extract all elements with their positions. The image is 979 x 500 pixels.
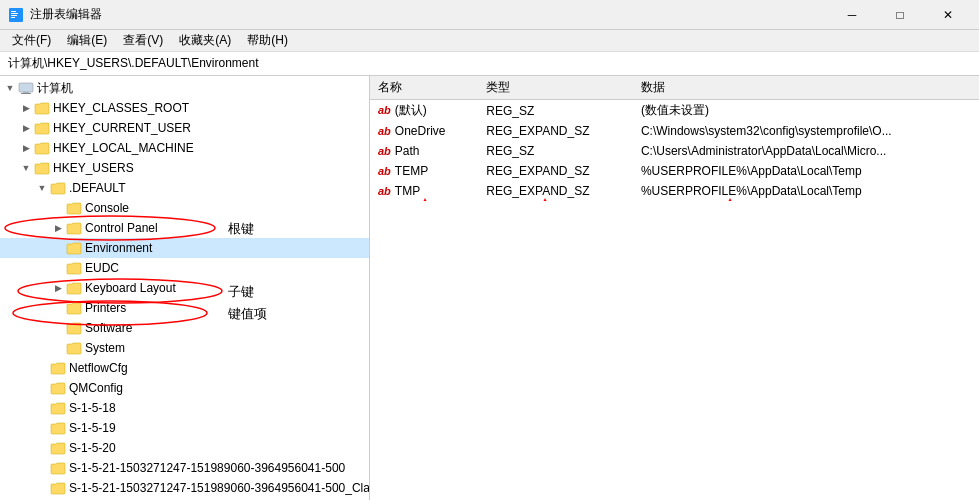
minimize-button[interactable]: ─ — [829, 0, 875, 30]
folder-icon-s-1-5-18 — [50, 400, 66, 416]
tree-item-software[interactable]: Software — [0, 318, 369, 338]
main-content: 计算机 HKEY_CLASSES_ROOT HKEY_CURRENT_USER — [0, 76, 979, 500]
svg-rect-1 — [11, 11, 16, 12]
tree-item-s-1-5-20[interactable]: S-1-5-20 — [0, 438, 369, 458]
tree-toggle-cp[interactable] — [50, 218, 66, 238]
folder-icon-printers — [66, 300, 82, 316]
col-header-type: 类型 — [478, 76, 633, 100]
tree-label-qmconfig: QMConfig — [69, 381, 123, 395]
tree-label-software: Software — [85, 321, 132, 335]
folder-icon-software — [66, 320, 82, 336]
menu-bar: 文件(F) 编辑(E) 查看(V) 收藏夹(A) 帮助(H) — [0, 30, 979, 52]
left-panel-wrapper: 计算机 HKEY_CLASSES_ROOT HKEY_CURRENT_USER — [0, 76, 370, 500]
table-row[interactable]: abPath REG_SZ C:\Users\Administrator\App… — [370, 141, 979, 161]
svg-rect-4 — [11, 17, 15, 18]
title-bar: 注册表编辑器 ─ □ ✕ — [0, 0, 979, 30]
tree-toggle-hkcu[interactable] — [18, 118, 34, 138]
registry-table: 名称 类型 数据 ab(默认) REG_SZ (数值未设置) abOneDriv… — [370, 76, 979, 201]
tree-toggle-console — [50, 198, 66, 218]
folder-icon-hkcr — [34, 100, 50, 116]
tree-toggle-kl[interactable] — [50, 278, 66, 298]
folder-icon-default — [50, 180, 66, 196]
tree-label-default: .DEFAULT — [69, 181, 125, 195]
col-header-name: 名称 — [370, 76, 478, 100]
tree-item-qmconfig[interactable]: QMConfig — [0, 378, 369, 398]
tree-label-s-1-5-21: S-1-5-21-1503271247-151989060-3964956041… — [69, 461, 345, 475]
table-row[interactable]: abTMP REG_EXPAND_SZ %USERPROFILE%\AppDat… — [370, 181, 979, 201]
tree-toggle-qmconfig — [34, 378, 50, 398]
tree-label-s-1-5-18: S-1-5-18 — [69, 401, 116, 415]
tree-item-s-1-5-18[interactable]: S-1-5-18 — [0, 398, 369, 418]
folder-icon-qmconfig — [50, 380, 66, 396]
table-row[interactable]: abTEMP REG_EXPAND_SZ %USERPROFILE%\AppDa… — [370, 161, 979, 181]
tree-item-s-1-5-21-classes[interactable]: S-1-5-21-1503271247-151989060-3964956041… — [0, 478, 369, 498]
title-text: 注册表编辑器 — [30, 6, 102, 23]
tree-label-hku: HKEY_USERS — [53, 161, 134, 175]
tree-item-console[interactable]: Console — [0, 198, 369, 218]
svg-rect-5 — [19, 83, 33, 92]
folder-icon-netflowcfg — [50, 360, 66, 376]
tree-item-hkey-classes-root[interactable]: HKEY_CLASSES_ROOT — [0, 98, 369, 118]
table-row[interactable]: ab(默认) REG_SZ (数值未设置) — [370, 100, 979, 122]
tree-item-eudc[interactable]: EUDC — [0, 258, 369, 278]
menu-file[interactable]: 文件(F) — [4, 30, 59, 51]
menu-help[interactable]: 帮助(H) — [239, 30, 296, 51]
cell-data: C:\Users\Administrator\AppData\Local\Mic… — [633, 141, 979, 161]
table-row[interactable]: abOneDrive REG_EXPAND_SZ C:\Windows\syst… — [370, 121, 979, 141]
address-path: 计算机\HKEY_USERS\.DEFAULT\Environment — [8, 55, 259, 72]
tree-label-netflowcfg: NetflowCfg — [69, 361, 128, 375]
menu-view[interactable]: 查看(V) — [115, 30, 171, 51]
menu-edit[interactable]: 编辑(E) — [59, 30, 115, 51]
folder-icon-s-1-5-19 — [50, 420, 66, 436]
tree-item-printers[interactable]: Printers — [0, 298, 369, 318]
tree-toggle-hkcr[interactable] — [18, 98, 34, 118]
tree-item-control-panel[interactable]: Control Panel — [0, 218, 369, 238]
tree-toggle-s-1-5-18 — [34, 398, 50, 418]
cell-type: REG_SZ — [478, 100, 633, 122]
folder-icon-eudc — [66, 260, 82, 276]
col-header-data: 数据 — [633, 76, 979, 100]
cell-type: REG_EXPAND_SZ — [478, 181, 633, 201]
cell-type: REG_SZ — [478, 141, 633, 161]
svg-rect-7 — [21, 93, 31, 94]
tree-item-environment[interactable]: Environment — [0, 238, 369, 258]
tree-item-keyboard-layout[interactable]: Keyboard Layout — [0, 278, 369, 298]
tree-item-hkey-local-machine[interactable]: HKEY_LOCAL_MACHINE — [0, 138, 369, 158]
address-bar: 计算机\HKEY_USERS\.DEFAULT\Environment — [0, 52, 979, 76]
tree-toggle-software — [50, 318, 66, 338]
tree-label-hkcu: HKEY_CURRENT_USER — [53, 121, 191, 135]
cell-data: (数值未设置) — [633, 100, 979, 122]
cell-name: abTEMP — [370, 161, 478, 181]
tree-item-computer[interactable]: 计算机 — [0, 78, 369, 98]
tree-toggle-env — [50, 238, 66, 258]
tree-item-s-1-5-21-long[interactable]: S-1-5-21-1503271247-151989060-3964956041… — [0, 458, 369, 478]
tree-item-default[interactable]: .DEFAULT — [0, 178, 369, 198]
app-icon — [8, 7, 24, 23]
tree-toggle-computer[interactable] — [2, 78, 18, 98]
folder-icon-s-1-5-21 — [50, 460, 66, 476]
tree-label-env: Environment — [85, 241, 152, 255]
cell-type: REG_EXPAND_SZ — [478, 121, 633, 141]
tree-item-s-1-5-19[interactable]: S-1-5-19 — [0, 418, 369, 438]
maximize-button[interactable]: □ — [877, 0, 923, 30]
right-panel-wrapper: 名称 类型 数据 ab(默认) REG_SZ (数值未设置) abOneDriv… — [370, 76, 979, 500]
folder-icon-system — [66, 340, 82, 356]
tree-label-printers: Printers — [85, 301, 126, 315]
tree-item-hkey-current-user[interactable]: HKEY_CURRENT_USER — [0, 118, 369, 138]
tree-toggle-printers — [50, 298, 66, 318]
folder-icon-console — [66, 200, 82, 216]
tree-toggle-s-1-5-21-classes — [34, 478, 50, 498]
cell-name: ab(默认) — [370, 100, 478, 122]
tree-label-kl: Keyboard Layout — [85, 281, 176, 295]
close-button[interactable]: ✕ — [925, 0, 971, 30]
tree-toggle-s-1-5-21 — [34, 458, 50, 478]
tree-toggle-default[interactable] — [34, 178, 50, 198]
tree-label-hkcr: HKEY_CLASSES_ROOT — [53, 101, 189, 115]
tree-item-hkey-users[interactable]: HKEY_USERS — [0, 158, 369, 178]
tree-toggle-hklm[interactable] — [18, 138, 34, 158]
menu-favorites[interactable]: 收藏夹(A) — [171, 30, 239, 51]
tree-item-netflowcfg[interactable]: NetflowCfg — [0, 358, 369, 378]
tree-label-console: Console — [85, 201, 129, 215]
tree-item-system[interactable]: System — [0, 338, 369, 358]
tree-toggle-hku[interactable] — [18, 158, 34, 178]
